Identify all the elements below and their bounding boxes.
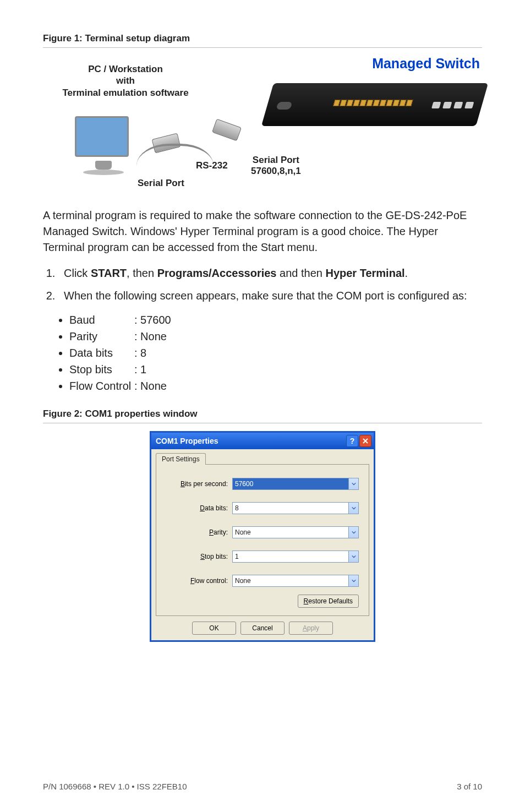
footer-left: P/N 1069668 • REV 1.0 • ISS 22FEB10 — [43, 782, 187, 791]
dialog-titlebar[interactable]: COM1 Properties ? — [151, 433, 374, 449]
serial-port-right-label: Serial Port 57600,8,n,1 — [251, 155, 301, 177]
close-icon — [363, 438, 368, 444]
figure1-caption: Figure 1: Terminal setup diagram — [43, 33, 482, 48]
com1-properties-dialog: COM1 Properties ? Port Settings Bits per… — [150, 431, 375, 642]
param-baud: Baud: 57600 — [69, 312, 482, 328]
pc-workstation-label: PC / Workstation with Terminal emulation… — [48, 63, 203, 99]
param-databits: Data bits: 8 — [69, 345, 482, 361]
params-list: Baud: 57600 Parity: None Data bits: 8 St… — [69, 312, 482, 394]
flow-control-select[interactable]: None — [232, 575, 359, 587]
chevron-down-icon — [348, 575, 358, 586]
parity-label: Parity: — [166, 528, 232, 536]
serial-port-left-label: Serial Port — [138, 178, 184, 189]
stop-bits-select[interactable]: 1 — [232, 551, 359, 563]
chevron-down-icon — [348, 478, 358, 489]
step-1: Click START, then Programs/Accessories a… — [58, 265, 482, 281]
rs232-label: RS-232 — [196, 160, 228, 171]
dialog-title: COM1 Properties — [156, 437, 218, 445]
stop-bits-label: Stop bits: — [166, 553, 232, 560]
intro-paragraph: A terminal program is required to make t… — [43, 208, 482, 255]
restore-defaults-button[interactable]: Restore Defaults — [298, 595, 359, 608]
managed-switch-label: Managed Switch — [372, 56, 480, 72]
close-button[interactable] — [359, 435, 371, 447]
serial-connector-icon — [212, 119, 242, 141]
flow-control-label: Flow control: — [166, 577, 232, 585]
chevron-down-icon — [348, 527, 358, 538]
bits-per-second-label: Bits per second: — [166, 480, 232, 488]
param-stopbits: Stop bits: 1 — [69, 361, 482, 378]
apply-button[interactable]: Apply — [289, 622, 333, 635]
data-bits-select[interactable]: 8 — [232, 502, 359, 514]
chevron-down-icon — [348, 503, 358, 514]
figure1-diagram: PC / Workstation with Terminal emulation… — [43, 56, 482, 193]
ok-button[interactable]: OK — [192, 622, 236, 635]
figure2-caption: Figure 2: COM1 properties window — [43, 408, 482, 423]
steps-list: Click START, then Programs/Accessories a… — [58, 265, 482, 304]
pc-monitor-icon — [75, 116, 129, 157]
step-2: When the following screen appears, make … — [58, 288, 482, 304]
port-settings-panel: Bits per second: 57600 Data bits: 8 Pari… — [156, 464, 369, 616]
tab-port-settings[interactable]: Port Settings — [156, 453, 206, 465]
data-bits-label: Data bits: — [166, 504, 232, 512]
help-button[interactable]: ? — [346, 435, 358, 447]
parity-select[interactable]: None — [232, 526, 359, 538]
footer-right: 3 of 10 — [457, 782, 482, 791]
switch-illustration — [261, 83, 488, 126]
param-flowcontrol: Flow Control: None — [69, 378, 482, 394]
param-parity: Parity: None — [69, 328, 482, 345]
bits-per-second-select[interactable]: 57600 — [232, 478, 359, 490]
cancel-button[interactable]: Cancel — [240, 622, 285, 635]
chevron-down-icon — [348, 551, 358, 562]
